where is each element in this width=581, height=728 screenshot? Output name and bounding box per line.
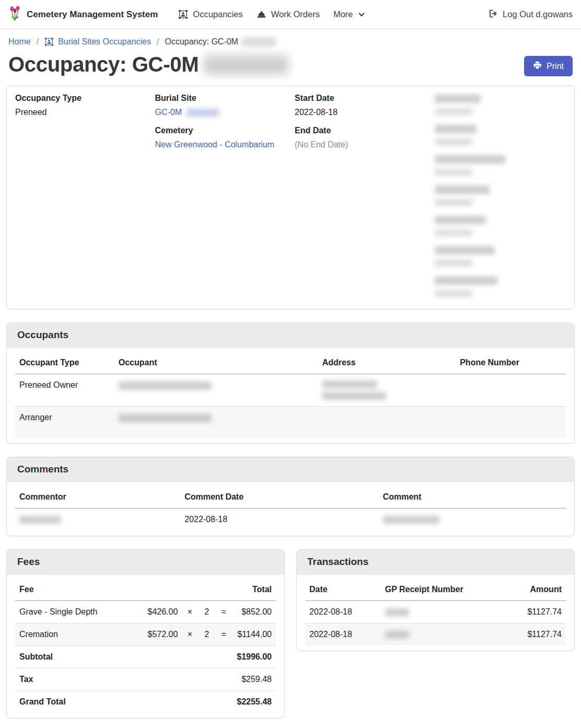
redacted-value: [435, 290, 472, 297]
page-title-text: Occupancy: GC-0M: [8, 53, 199, 76]
transaction-date-cell: 2022-08-18: [305, 623, 381, 646]
print-button[interactable]: Print: [524, 56, 573, 76]
occupancy-type-value: Preneed: [15, 108, 147, 117]
redacted-label: [435, 216, 486, 224]
occupancy-details-card: Occupancy Type Preneed Burial Site GC-0M…: [6, 86, 575, 309]
fees-title: Fees: [7, 550, 284, 574]
col-comment-date: Comment Date: [180, 486, 378, 509]
details-col-1: Occupancy Type Preneed: [15, 94, 147, 306]
transaction-date-cell: 2022-08-18: [305, 601, 381, 623]
comment-date-cell: 2022-08-18: [180, 509, 378, 531]
gp-receipt-cell: [381, 601, 491, 623]
breadcrumb-home[interactable]: Home: [8, 37, 31, 47]
comments-title: Comments: [7, 457, 574, 482]
fee-name-cell: Cremation: [15, 623, 130, 646]
cemetery-field: Cemetery New Greenwood - Columbarium: [155, 126, 287, 149]
table-row: 2022-08-18 $1127.74: [305, 601, 566, 623]
redacted-value: [435, 138, 472, 145]
fee-times-cell: ×: [182, 623, 197, 646]
redacted-address-line: [322, 380, 377, 388]
app-brand[interactable]: Cemetery Management System: [8, 6, 158, 24]
redacted-breadcrumb-id: [241, 37, 276, 47]
logout-button[interactable]: Log Out d.gowans: [489, 9, 573, 20]
col-amount: Amount: [490, 579, 566, 601]
details-col-4-redacted: [435, 94, 566, 306]
redacted-value: [435, 108, 472, 115]
occupants-card: Occupants Occupant Type Occupant Address…: [6, 322, 575, 444]
fees-table: Fee Total Grave - Single Depth $426.00 ×…: [15, 579, 276, 713]
table-row: 2022-08-18: [15, 509, 566, 531]
nav-label-more: More: [333, 9, 353, 19]
table-row: Arranger: [15, 407, 566, 438]
start-date-label: Start Date: [295, 94, 426, 103]
subtotal-row: Subtotal $1996.00: [15, 646, 276, 668]
fee-qty-cell: 2: [197, 601, 216, 623]
logout-label: Log Out d.gowans: [503, 9, 573, 19]
redacted-burial-site-id: [187, 109, 219, 117]
end-date-value: (No End Date): [295, 140, 426, 149]
redacted-label: [435, 246, 495, 255]
burial-site-field: Burial Site GC-0M: [155, 94, 287, 117]
burial-site-link[interactable]: GC-0M: [155, 108, 182, 117]
comments-card: Comments Commentor Comment Date Comment …: [6, 457, 575, 536]
fee-total-cell: $852.00: [231, 601, 276, 623]
redacted-label: [435, 186, 490, 194]
print-button-label: Print: [547, 62, 564, 71]
details-grid: Occupancy Type Preneed Burial Site GC-0M…: [7, 86, 574, 309]
subtotal-label: Subtotal: [15, 646, 130, 668]
page-head: Occupancy: GC-0M Print: [0, 49, 581, 86]
col-phone-number: Phone Number: [456, 352, 566, 374]
breadcrumb-separator: /: [37, 37, 39, 47]
nav-item-occupancies[interactable]: Occupancies: [178, 9, 242, 19]
details-col-2: Burial Site GC-0M Cemetery New Greenwood…: [155, 94, 287, 306]
fee-equals-cell: =: [216, 623, 231, 646]
cemetery-link[interactable]: New Greenwood - Columbarium: [155, 140, 275, 149]
start-date-field: Start Date 2022-08-18: [295, 94, 426, 117]
tax-row: Tax $259.48: [15, 668, 276, 691]
redacted-occupant-name: [119, 382, 212, 390]
occupants-table: Occupant Type Occupant Address Phone Num…: [15, 352, 566, 438]
redacted-address-line: [322, 392, 386, 400]
fees-card: Fees Fee Total Grave - Single Depth: [6, 549, 285, 719]
logout-icon: [489, 9, 498, 20]
start-date-value: 2022-08-18: [295, 108, 426, 117]
col-fee: Fee: [15, 579, 130, 601]
redacted-label: [435, 276, 497, 285]
comment-cell: [379, 509, 566, 531]
breadcrumb-occupancies-label: Burial Sites Occupancies: [58, 37, 151, 47]
app-title: Cemetery Management System: [27, 9, 158, 20]
breadcrumb-current: Occupancy: GC-0M: [165, 37, 275, 47]
transactions-card: Transactions Date GP Receipt Number Amou…: [296, 549, 575, 651]
comments-table: Commentor Comment Date Comment 2022-08-1…: [15, 486, 566, 530]
occupant-type-cell: Arranger: [15, 407, 114, 438]
hard-hat-icon: [257, 10, 266, 19]
grand-total-label: Grand Total: [15, 691, 130, 713]
col-occupant-type: Occupant Type: [15, 352, 114, 374]
col-occupant: Occupant: [114, 352, 318, 374]
grand-total-row: Grand Total $2255.48: [15, 691, 276, 713]
fee-name-cell: Grave - Single Depth: [15, 601, 130, 623]
redacted-label: [435, 155, 505, 164]
transactions-title: Transactions: [297, 550, 574, 574]
table-row: Grave - Single Depth $426.00 × 2 = $852.…: [15, 601, 276, 623]
phone-cell: [456, 374, 566, 407]
fee-times-cell: ×: [182, 601, 197, 623]
nav-item-work-orders[interactable]: Work Orders: [257, 9, 320, 19]
redacted-value: [435, 260, 472, 267]
end-date-label: End Date: [295, 126, 426, 135]
subtotal-value: $1996.00: [130, 646, 276, 668]
end-date-field: End Date (No End Date): [295, 126, 426, 149]
nav-label-occupancies: Occupancies: [193, 9, 242, 19]
nav-item-more[interactable]: More: [333, 9, 365, 19]
fee-total-cell: $1144.00: [231, 623, 276, 646]
breadcrumb-occupancies[interactable]: Burial Sites Occupancies: [44, 37, 151, 47]
tulip-logo-icon: [8, 6, 21, 24]
redacted-commentor: [19, 516, 61, 524]
gp-receipt-cell: [381, 623, 491, 646]
redacted-value: [435, 199, 472, 206]
redacted-value: [435, 169, 472, 176]
printer-icon: [533, 61, 542, 72]
address-cell: [318, 374, 456, 407]
fee-unit-cell: $426.00: [130, 601, 182, 623]
occupancy-type-label: Occupancy Type: [15, 94, 147, 103]
